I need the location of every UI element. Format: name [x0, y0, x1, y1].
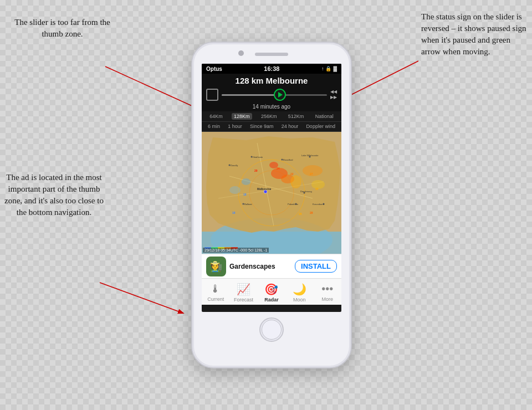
radar-icon: 🎯 — [264, 283, 278, 296]
more-icon: ••• — [321, 283, 333, 295]
time-tab-1hour[interactable]: 1 hour — [226, 123, 244, 130]
forecast-label: Forecast — [234, 297, 253, 303]
bottom-nav: 🌡 Current 📈 Forecast 🎯 Radar 🌙 Moon ••• — [202, 278, 341, 305]
range-tabs[interactable]: 64Km 128Km 256Km 512Km National — [202, 111, 341, 122]
svg-text:Ballarat: Ballarat — [244, 203, 252, 206]
app-header: 128 km Melbourne — [202, 74, 341, 86]
status-icons: ↑ 🔒 ▓ — [321, 66, 337, 71]
range-tab-128[interactable]: 128Km — [232, 113, 252, 120]
svg-text:Dunolly: Dunolly — [231, 164, 238, 167]
ad-icon-emoji: 🧑‍🌾 — [210, 260, 222, 273]
svg-text:28: 28 — [310, 211, 313, 214]
svg-point-19 — [242, 178, 250, 185]
skip-buttons[interactable]: ◀◀ ▶▶ — [330, 90, 337, 100]
time-tab-24hour[interactable]: 24 hour — [280, 123, 300, 130]
moon-icon: 🌙 — [293, 283, 306, 296]
moon-label: Moon — [293, 297, 306, 303]
home-button-inner — [262, 320, 282, 340]
ad-banner[interactable]: 🧑‍🌾 Gardenscapes INSTALL — [202, 254, 341, 278]
svg-text:Pakenham: Pakenham — [288, 203, 299, 206]
svg-text:Dandenong: Dandenong — [300, 190, 312, 193]
nav-item-forecast[interactable]: 📈 Forecast — [230, 283, 258, 303]
svg-text:29: 29 — [254, 169, 258, 172]
slider-thumb[interactable] — [274, 89, 286, 101]
battery-icon: ▓ — [333, 66, 337, 71]
square-button[interactable] — [206, 89, 218, 101]
annotation-top-left: The slider is too far from the thumb zon… — [11, 17, 114, 40]
svg-text:24: 24 — [277, 167, 280, 170]
slider-row[interactable]: ◀◀ ▶▶ — [202, 86, 341, 103]
nav-item-more[interactable]: ••• More — [314, 283, 341, 302]
screen: Optus 16:38 ↑ 🔒 ▓ 128 km Melbourne — [202, 64, 341, 312]
svg-text:Broadford: Broadford — [283, 158, 293, 161]
skip-next-icon[interactable]: ▶▶ — [330, 95, 337, 100]
time-label: 16:38 — [264, 65, 279, 72]
radar-label: Radar — [264, 297, 279, 303]
status-bar: Optus 16:38 ↑ 🔒 ▓ — [202, 64, 341, 74]
annotation-mid-left: The ad is located in the most important … — [3, 172, 105, 218]
range-tab-national[interactable]: National — [313, 113, 336, 120]
ad-icon: 🧑‍🌾 — [206, 257, 226, 276]
lock-icon: 🔒 — [325, 66, 331, 71]
more-label: More — [321, 296, 333, 302]
map-timestamp: 29/12/18 05:34UTC -000 5cl 128L -1 — [203, 248, 269, 253]
range-tab-256[interactable]: 256Km — [259, 113, 279, 120]
play-icon — [278, 92, 283, 98]
skip-prev-icon[interactable]: ◀◀ — [330, 90, 337, 94]
svg-point-20 — [229, 186, 241, 194]
svg-text:18: 18 — [243, 193, 247, 196]
ad-title: Gardenscapes — [229, 263, 291, 270]
speaker — [255, 53, 288, 56]
current-icon: 🌡 — [210, 283, 221, 295]
nav-item-radar[interactable]: 🎯 Radar — [258, 283, 285, 303]
nav-item-current[interactable]: 🌡 Current — [202, 283, 229, 302]
svg-line-0 — [105, 66, 197, 108]
svg-line-2 — [100, 283, 183, 313]
phone: Optus 16:38 ↑ 🔒 ▓ 128 km Melbourne — [191, 42, 352, 368]
svg-text:27: 27 — [310, 172, 313, 176]
app-title: 128 km Melbourne — [202, 76, 341, 85]
time-tab-6min[interactable]: 6 min — [206, 123, 222, 130]
forecast-icon: 📈 — [237, 283, 250, 296]
time-tab-doppler[interactable]: Doppler wind — [304, 123, 337, 130]
annotation-top-right: The status sign on the slider is reverse… — [421, 11, 526, 58]
svg-text:Melbourne: Melbourne — [257, 187, 271, 191]
slider-fill — [222, 94, 280, 96]
home-button[interactable] — [259, 317, 284, 342]
svg-text:26: 26 — [299, 212, 302, 216]
svg-text:Heathcote: Heathcote — [253, 156, 263, 158]
location-icon: ↑ — [321, 66, 324, 71]
svg-text:Korumburra: Korumburra — [313, 203, 325, 206]
playback-slider[interactable] — [222, 89, 327, 100]
current-label: Current — [207, 296, 224, 302]
svg-text:20: 20 — [315, 187, 319, 191]
front-camera — [238, 50, 244, 56]
ad-install-button[interactable]: INSTALL — [295, 260, 337, 273]
svg-point-15 — [290, 175, 301, 188]
nav-item-moon[interactable]: 🌙 Moon — [285, 283, 313, 303]
svg-text:18: 18 — [232, 211, 236, 214]
svg-text:Lake Nillahcootie: Lake Nillahcootie — [301, 154, 319, 157]
carrier-label: Optus — [206, 66, 222, 72]
map-area[interactable]: Melbourne Dunolly — [202, 132, 341, 254]
svg-text:22: 22 — [290, 172, 294, 176]
map-svg: Melbourne Dunolly — [202, 132, 341, 254]
time-ago-label: 14 minutes ago — [202, 103, 341, 111]
svg-point-10 — [264, 190, 267, 193]
range-tab-512[interactable]: 512Km — [286, 113, 306, 120]
time-tab-since9am[interactable]: Since 9am — [248, 123, 275, 130]
phone-body: Optus 16:38 ↑ 🔒 ▓ 128 km Melbourne — [191, 42, 352, 368]
time-tabs[interactable]: 6 min 1 hour Since 9am 24 hour Doppler w… — [202, 122, 341, 132]
range-tab-64[interactable]: 64Km — [207, 113, 225, 120]
